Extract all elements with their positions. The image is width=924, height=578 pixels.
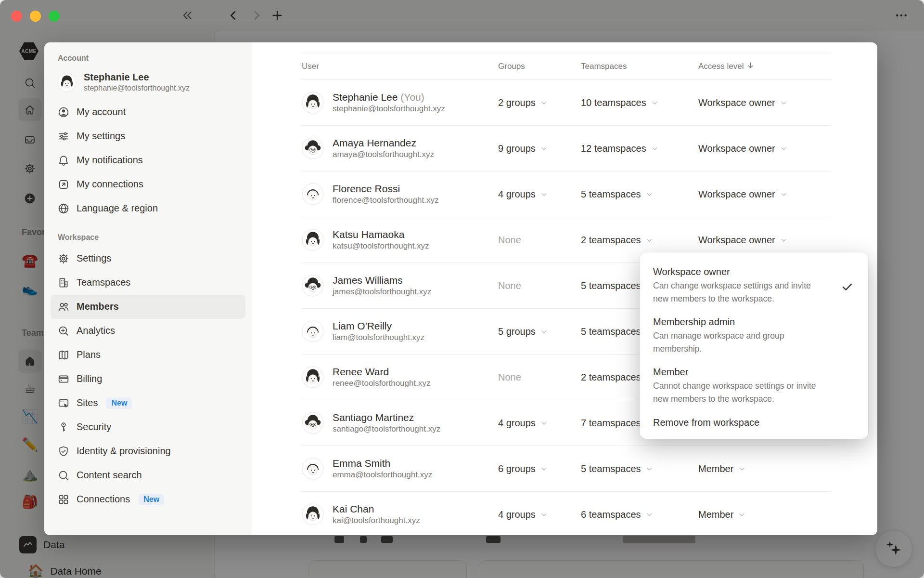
sidebar-item-members[interactable]: Members <box>51 295 245 319</box>
sidebar-item-teamspaces[interactable]: Teamspaces <box>51 271 245 295</box>
shield-icon <box>57 445 70 458</box>
member-name: Renee Ward <box>333 365 430 378</box>
map-icon <box>57 349 70 361</box>
groups-cell[interactable]: 4 groups <box>498 509 581 520</box>
member-email: liam@toolsforthought.xyz <box>333 332 424 343</box>
member-email: katsu@toolsforthought.xyz <box>333 241 429 252</box>
user-cell: Renee Wardrenee@toolsforthought.xyz <box>302 365 498 389</box>
user-cell: Stephanie Lee (You)stephanie@toolsfortho… <box>302 91 498 115</box>
dropdown-option-membership-admin[interactable]: Membership adminCan manage workspace and… <box>640 310 868 360</box>
member-name: Florence Rossi <box>333 182 438 195</box>
user-cell: Kai Chankai@toolsforthought.xyz <box>302 502 498 526</box>
avatar <box>302 366 324 388</box>
sidebar-item-billing[interactable]: Billing <box>51 367 245 391</box>
teamspaces-cell[interactable]: 5 teamspaces <box>581 189 698 200</box>
sidebar-item-plans[interactable]: Plans <box>51 343 245 367</box>
access-level-cell[interactable]: Workspace owner <box>698 235 831 246</box>
access-level-cell[interactable]: Member <box>698 463 831 474</box>
groups-cell[interactable]: 9 groups <box>498 143 581 154</box>
sidebar-item-label: Content search <box>77 470 142 481</box>
avatar <box>302 320 324 342</box>
dropdown-option-member[interactable]: MemberCannot change workspace settings o… <box>640 360 868 410</box>
groups-cell[interactable]: 4 groups <box>498 418 581 429</box>
groups-cell[interactable]: 2 groups <box>498 97 581 108</box>
sidebar-item-my-notifications[interactable]: My notifications <box>51 148 245 172</box>
member-name: Liam O'Reilly <box>333 319 424 332</box>
sidebar-item-my-settings[interactable]: My settings <box>51 124 245 148</box>
sidebar-item-settings[interactable]: Settings <box>51 247 245 271</box>
globe-icon <box>57 202 70 215</box>
teamspaces-cell[interactable]: 10 teamspaces <box>581 97 698 108</box>
minimize-window-button[interactable] <box>30 11 41 22</box>
table-header: User Groups Teamspaces Access level <box>302 53 831 80</box>
member-email: kai@toolsforthought.xyz <box>333 515 420 526</box>
groups-cell[interactable]: 6 groups <box>498 463 581 474</box>
member-name: Kai Chan <box>333 502 420 515</box>
sidebar-item-analytics[interactable]: Analytics <box>51 319 245 343</box>
new-badge: New <box>106 397 132 409</box>
user-cell: Katsu Hamaokakatsu@toolsforthought.xyz <box>302 228 498 252</box>
avatar <box>57 73 77 92</box>
check-icon <box>841 280 854 295</box>
sidebar-item-connections[interactable]: ConnectionsNew <box>51 487 245 512</box>
member-name: James Williams <box>333 274 431 287</box>
access-level-cell[interactable]: Member <box>698 509 831 520</box>
sidebar-item-language-region[interactable]: Language & region <box>51 197 245 221</box>
option-title: Member <box>653 365 824 379</box>
member-email: renee@toolsforthought.xyz <box>333 378 430 389</box>
column-header-teamspaces[interactable]: Teamspaces <box>581 62 698 71</box>
close-window-button[interactable] <box>11 11 22 22</box>
sidebar-profile[interactable]: Stephanie Lee stephanie@toolsforthought.… <box>51 67 245 97</box>
user-cell: Florence Rossiflorence@toolsforthought.x… <box>302 182 498 206</box>
groups-cell[interactable]: 5 groups <box>498 326 581 337</box>
column-header-user[interactable]: User <box>302 62 498 71</box>
sidebar-item-sites[interactable]: SitesNew <box>51 391 245 415</box>
sidebar-item-label: Plans <box>77 349 101 360</box>
gear-icon <box>57 252 70 265</box>
zoom-window-button[interactable] <box>49 11 60 22</box>
sort-descending-icon <box>746 61 755 72</box>
member-email: florence@toolsforthought.xyz <box>333 195 438 206</box>
groups-cell: None <box>498 280 581 291</box>
bell-icon <box>57 154 70 167</box>
teamspaces-cell[interactable]: 5 teamspaces <box>581 463 698 474</box>
member-name: Emma Smith <box>333 457 432 470</box>
sidebar-item-my-connections[interactable]: My connections <box>51 172 245 197</box>
avatar <box>302 275 324 297</box>
user-cell: Santiago Martinezsantiago@toolsforthough… <box>302 411 498 435</box>
dropdown-option-workspace-owner[interactable]: Workspace ownerCan change workspace sett… <box>640 260 868 310</box>
teamspaces-cell[interactable]: 2 teamspaces <box>581 235 698 246</box>
sidebar-item-label: Security <box>77 421 111 433</box>
teamspaces-cell[interactable]: 6 teamspaces <box>581 509 698 520</box>
sidebar-item-security[interactable]: Security <box>51 415 245 439</box>
groups-cell[interactable]: 4 groups <box>498 189 581 200</box>
sidebar-item-label: Teamspaces <box>77 277 130 288</box>
member-name: Katsu Hamaoka <box>333 228 429 241</box>
sidebar-item-label: Settings <box>77 253 111 264</box>
window-controls <box>11 11 60 22</box>
member-name: Stephanie Lee (You) <box>333 91 445 104</box>
search-icon <box>57 469 70 482</box>
avatar <box>302 412 324 434</box>
access-level-cell[interactable]: Workspace owner <box>698 143 831 154</box>
option-title: Workspace owner <box>653 265 824 278</box>
access-level-dropdown: Workspace ownerCan change workspace sett… <box>640 252 868 439</box>
teamspaces-cell[interactable]: 12 teamspaces <box>581 143 698 154</box>
sidebar-item-label: Sites <box>77 397 98 408</box>
column-header-access-level[interactable]: Access level <box>698 61 831 72</box>
sidebar-item-label: Billing <box>77 373 102 384</box>
app-window: ACME Favorites☎️👟Teamspaces☕📉✏️⛰️🎒 Data … <box>0 0 924 578</box>
column-header-groups[interactable]: Groups <box>498 62 581 71</box>
sidebar-item-label: Connections <box>77 494 130 505</box>
search-plus-icon <box>57 325 70 337</box>
sidebar-item-my-account[interactable]: My account <box>51 100 245 124</box>
access-level-cell[interactable]: Workspace owner <box>698 97 831 108</box>
you-indicator: (You) <box>400 92 424 103</box>
sidebar-item-identity-provisioning[interactable]: Identity & provisioning <box>51 439 245 463</box>
sidebar-item-content-search[interactable]: Content search <box>51 463 245 487</box>
sidebar-item-label: My account <box>77 106 126 118</box>
grid-icon <box>57 493 70 506</box>
sidebar-item-label: My connections <box>77 179 143 190</box>
access-level-cell[interactable]: Workspace owner <box>698 189 831 200</box>
remove-from-workspace-option[interactable]: Remove from workspace <box>640 410 868 432</box>
